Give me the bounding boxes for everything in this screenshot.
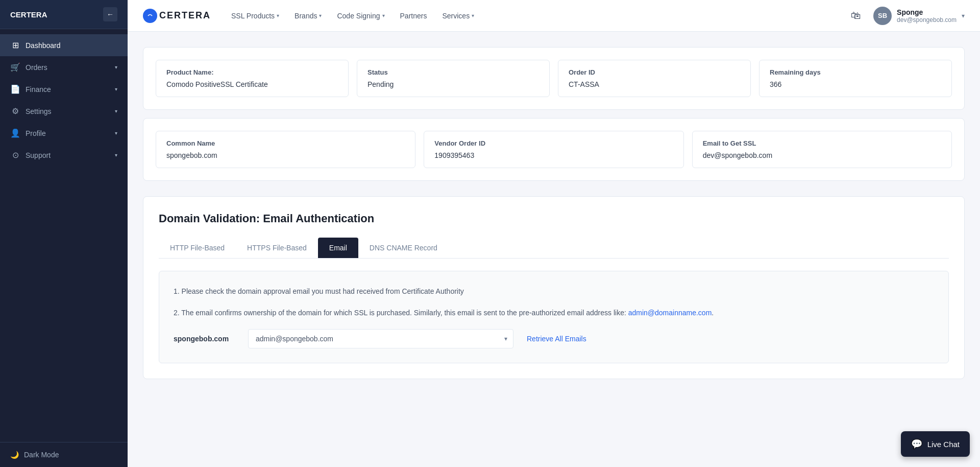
navbar-left: CERTERA SSL Products ▾ Brands ▾ Code Sig…: [143, 9, 474, 23]
tab-dns-cname[interactable]: DNS CNAME Record: [358, 238, 449, 258]
step2-prefix: 2. The email confirms ownership of the d…: [174, 309, 628, 317]
logo-text: CERTERA: [159, 10, 211, 21]
sidebar-nav: ⊞ Dashboard 🛒 Orders ▾ 📄 Finance ▾ ⚙ Set…: [0, 29, 128, 442]
avatar: SB: [873, 7, 892, 25]
orders-icon: 🛒: [10, 62, 20, 72]
finance-icon: 📄: [10, 84, 20, 94]
validation-title: Domain Validation: Email Authentication: [159, 212, 949, 225]
tab-http-file-based[interactable]: HTTP File-Based: [159, 238, 236, 258]
logo-icon: [143, 9, 157, 23]
remaining-days-card: Remaining days 366: [759, 60, 952, 97]
info-cards-row-2: Common Name spongebob.com Vendor Order I…: [143, 118, 965, 181]
product-name-card: Product Name: Comodo PositiveSSL Certifi…: [156, 60, 349, 97]
domain-select-wrapper: admin@spongebob.com administrator@sponge…: [248, 329, 513, 348]
live-chat-label: Live Chat: [927, 440, 960, 449]
user-menu[interactable]: SB Sponge dev@spongebob.com ▾: [873, 7, 965, 25]
sidebar-item-finance[interactable]: 📄 Finance ▾: [0, 78, 128, 100]
nav-label: Brands: [295, 12, 317, 20]
cart-button[interactable]: 🛍: [849, 8, 863, 24]
navbar-nav: SSL Products ▾ Brands ▾ Code Signing ▾ P…: [231, 12, 474, 20]
nav-label: Partners: [400, 12, 427, 20]
user-email: dev@spongebob.com: [897, 16, 957, 24]
chevron-down-icon: ▾: [962, 12, 965, 19]
status-value: Pending: [368, 80, 539, 88]
main-content: Product Name: Comodo PositiveSSL Certifi…: [128, 32, 980, 467]
vendor-order-id-label: Vendor Order ID: [434, 139, 673, 147]
settings-icon: ⚙: [10, 106, 20, 116]
chevron-down-icon: ▾: [472, 13, 474, 18]
chevron-down-icon: ▾: [115, 86, 117, 92]
order-id-label: Order ID: [569, 68, 740, 76]
profile-icon: 👤: [10, 128, 20, 138]
retrieve-all-emails-link[interactable]: Retrieve All Emails: [527, 335, 586, 343]
step1-text: 1. Please check the domain approval emai…: [174, 287, 464, 295]
navbar-right: 🛍 SB Sponge dev@spongebob.com ▾: [849, 7, 965, 25]
email-ssl-card: Email to Get SSL dev@spongebob.com: [692, 131, 952, 168]
chat-icon: 💬: [911, 438, 922, 450]
validation-step-2: 2. The email confirms ownership of the d…: [174, 307, 934, 318]
chevron-down-icon: ▾: [319, 13, 322, 18]
sidebar-item-profile[interactable]: 👤 Profile ▾: [0, 122, 128, 144]
live-chat-button[interactable]: 💬 Live Chat: [901, 431, 970, 457]
sidebar-bottom: 🌙 Dark Mode: [0, 442, 128, 467]
common-name-label: Common Name: [166, 139, 405, 147]
nav-item-brands[interactable]: Brands ▾: [295, 12, 322, 20]
chevron-down-icon: ▾: [115, 130, 117, 136]
navbar-logo: CERTERA: [143, 9, 211, 23]
common-name-card: Common Name spongebob.com: [156, 131, 415, 168]
common-name-value: spongebob.com: [166, 151, 405, 159]
nav-item-services[interactable]: Services ▾: [442, 12, 474, 20]
domain-name-link[interactable]: admin@domainname.com: [628, 309, 712, 317]
info-cards-row-1: Product Name: Comodo PositiveSSL Certifi…: [143, 47, 965, 110]
dark-mode-label: Dark Mode: [24, 451, 59, 459]
remaining-days-value: 366: [770, 80, 941, 88]
sidebar-item-orders[interactable]: 🛒 Orders ▾: [0, 56, 128, 78]
validation-step-1: 1. Please check the domain approval emai…: [174, 286, 934, 297]
domain-email-select[interactable]: admin@spongebob.com administrator@sponge…: [248, 329, 513, 348]
email-ssl-label: Email to Get SSL: [703, 139, 941, 147]
sidebar-header: CERTERA ←: [0, 0, 128, 29]
top-navbar: CERTERA SSL Products ▾ Brands ▾ Code Sig…: [128, 0, 980, 32]
sidebar-item-dashboard[interactable]: ⊞ Dashboard: [0, 34, 128, 56]
chevron-down-icon: ▾: [115, 64, 117, 70]
dark-mode-toggle[interactable]: 🌙 Dark Mode: [10, 451, 117, 459]
tab-https-file-based[interactable]: HTTPS File-Based: [236, 238, 318, 258]
nav-label: SSL Products: [231, 12, 275, 20]
tab-email[interactable]: Email: [318, 238, 358, 258]
sidebar: CERTERA ← ⊞ Dashboard 🛒 Orders ▾ 📄 Finan…: [0, 0, 128, 467]
product-name-value: Comodo PositiveSSL Certificate: [166, 80, 338, 88]
chevron-down-icon: ▾: [277, 13, 279, 18]
status-card: Status Pending: [357, 60, 550, 97]
support-icon: ⊙: [10, 150, 20, 160]
user-info: Sponge dev@spongebob.com: [897, 8, 957, 24]
step2-suffix: .: [712, 309, 714, 317]
status-label: Status: [368, 68, 539, 76]
product-name-label: Product Name:: [166, 68, 338, 76]
sidebar-toggle-button[interactable]: ←: [103, 7, 117, 21]
sidebar-item-label: Orders: [26, 63, 47, 72]
dashboard-icon: ⊞: [10, 40, 20, 50]
nav-item-ssl-products[interactable]: SSL Products ▾: [231, 12, 279, 20]
vendor-order-id-card: Vendor Order ID 1909395463: [424, 131, 683, 168]
domain-row: spongebob.com admin@spongebob.com admini…: [174, 329, 934, 348]
nav-label: Code Signing: [337, 12, 380, 20]
nav-item-code-signing[interactable]: Code Signing ▾: [337, 12, 384, 20]
sidebar-item-support[interactable]: ⊙ Support ▾: [0, 144, 128, 166]
nav-label: Services: [442, 12, 470, 20]
validation-section: Domain Validation: Email Authentication …: [143, 196, 965, 379]
chevron-down-icon: ▾: [382, 13, 385, 18]
tabs-container: HTTP File-Based HTTPS File-Based Email D…: [159, 238, 949, 259]
sidebar-item-label: Dashboard: [26, 41, 61, 50]
nav-item-partners[interactable]: Partners: [400, 12, 427, 20]
sidebar-item-label: Support: [26, 151, 51, 159]
user-name: Sponge: [897, 8, 957, 16]
vendor-order-id-value: 1909395463: [434, 151, 673, 159]
svg-point-0: [145, 11, 155, 20]
sidebar-logo: CERTERA: [10, 10, 47, 19]
sidebar-item-label: Profile: [26, 129, 46, 137]
domain-label: spongebob.com: [174, 335, 240, 343]
chevron-down-icon: ▾: [115, 152, 117, 158]
sidebar-item-settings[interactable]: ⚙ Settings ▾: [0, 100, 128, 122]
sidebar-item-label: Settings: [26, 107, 52, 115]
order-id-value: CT-ASSA: [569, 80, 740, 88]
